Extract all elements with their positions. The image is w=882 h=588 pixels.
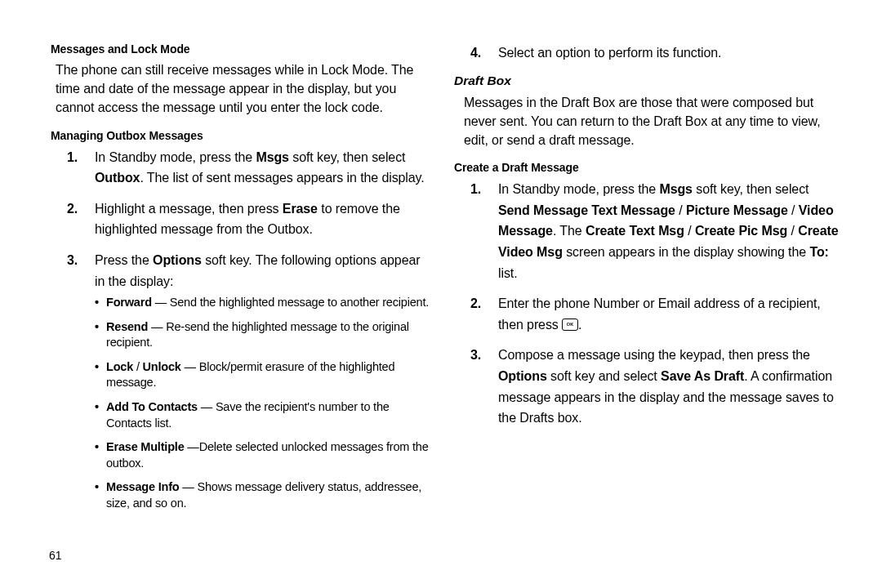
draft-steps: In Standby mode, press the Msgs soft key… xyxy=(470,179,841,429)
list-item: Erase Multiple —Delete selected unlocked… xyxy=(95,439,430,471)
list-item: Resend — Re-send the highlighted message… xyxy=(95,319,430,351)
list-item: Forward — Send the highlighted message t… xyxy=(95,295,430,311)
manual-page: Messages and Lock Mode The phone can sti… xyxy=(0,0,882,588)
heading-draft-box: Draft Box xyxy=(454,74,841,88)
paragraph-draft-intro: Messages in the Draft Box are those that… xyxy=(464,93,836,150)
list-item: Enter the phone Number or Email address … xyxy=(470,293,841,335)
right-column: Select an option to perform its function… xyxy=(446,42,841,564)
list-item: Add To Contacts — Save the recipient's n… xyxy=(95,399,430,431)
left-column: Messages and Lock Mode The phone can sti… xyxy=(51,42,446,564)
list-item: Select an option to perform its function… xyxy=(470,42,841,64)
outbox-steps: In Standby mode, press the Msgs soft key… xyxy=(67,147,430,512)
heading-messages-lock-mode: Messages and Lock Mode xyxy=(51,42,430,56)
options-bullets: Forward — Send the highlighted message t… xyxy=(95,295,430,511)
outbox-steps-cont: Select an option to perform its function… xyxy=(470,42,841,64)
list-item: Message Info — Shows message delivery st… xyxy=(95,479,430,511)
ok-key-icon xyxy=(562,318,578,331)
list-item: In Standby mode, press the Msgs soft key… xyxy=(470,179,841,283)
list-item: Lock / Unlock — Block/permit erasure of … xyxy=(95,359,430,391)
list-item: Compose a message using the keypad, then… xyxy=(470,345,841,428)
list-item: Highlight a message, then press Erase to… xyxy=(67,198,430,240)
paragraph-lock-mode: The phone can still receive messages whi… xyxy=(56,60,425,118)
heading-create-draft: Create a Draft Message xyxy=(454,161,841,174)
list-item: Press the Options soft key. The followin… xyxy=(67,250,430,511)
heading-managing-outbox: Managing Outbox Messages xyxy=(51,129,430,142)
list-item: In Standby mode, press the Msgs soft key… xyxy=(67,147,430,189)
page-number: 61 xyxy=(49,549,62,562)
